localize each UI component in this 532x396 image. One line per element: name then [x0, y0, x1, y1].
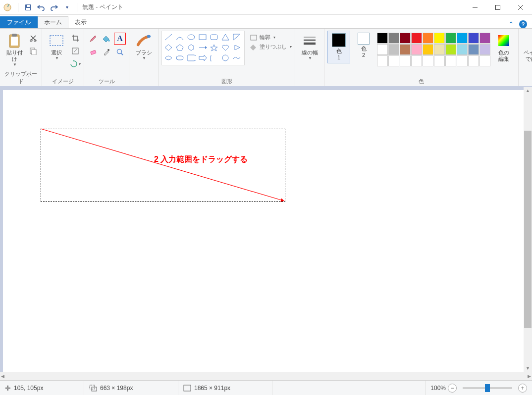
size-button[interactable]: 線の幅 ▼ — [298, 31, 321, 62]
color-swatch[interactable] — [457, 44, 468, 55]
collapse-ribbon-button[interactable]: ⌃ — [508, 20, 514, 28]
resize-button[interactable] — [70, 46, 81, 56]
color-swatch[interactable] — [411, 33, 422, 44]
shape-9[interactable] — [186, 43, 196, 52]
color-swatch[interactable] — [388, 33, 399, 44]
zoom-out-button[interactable]: − — [448, 384, 457, 393]
color-swatch[interactable] — [411, 44, 422, 55]
color-swatch[interactable] — [468, 55, 479, 66]
zoom-in-button[interactable]: + — [518, 384, 527, 393]
minimize-button[interactable] — [464, 0, 486, 15]
undo-button[interactable] — [36, 2, 46, 12]
shape-20[interactable] — [232, 53, 242, 62]
copy-button[interactable] — [28, 46, 39, 56]
svg-marker-34 — [205, 46, 207, 49]
svg-marker-32 — [189, 45, 194, 50]
color-swatch[interactable] — [434, 33, 445, 44]
shape-1[interactable] — [175, 33, 185, 42]
shape-8[interactable] — [175, 43, 185, 52]
color-swatch[interactable] — [377, 55, 388, 66]
crop-button[interactable] — [70, 33, 81, 44]
save-button[interactable] — [23, 2, 33, 12]
shape-16[interactable] — [186, 53, 196, 62]
shape-13[interactable] — [232, 43, 242, 52]
shapes-gallery[interactable] — [161, 31, 245, 65]
color-swatch[interactable] — [468, 44, 479, 55]
shape-fill-button[interactable]: 塗りつぶし▾ — [250, 43, 292, 50]
color-swatch[interactable] — [434, 44, 445, 55]
shape-4[interactable] — [209, 33, 219, 42]
color-swatch[interactable] — [423, 44, 433, 55]
color-swatch[interactable] — [468, 33, 479, 44]
color-swatch[interactable] — [479, 33, 490, 44]
shape-12[interactable] — [220, 43, 230, 52]
tab-view[interactable]: 表示 — [68, 16, 93, 28]
paint3d-button[interactable]: ペイント 3D で編集する — [522, 31, 532, 64]
shape-18[interactable] — [209, 53, 219, 62]
color-swatch[interactable] — [445, 33, 456, 44]
tab-file[interactable]: ファイル — [0, 16, 38, 28]
shape-10[interactable] — [198, 43, 208, 52]
shape-17[interactable] — [198, 53, 208, 62]
shape-5[interactable] — [220, 33, 230, 42]
edit-colors-button[interactable]: 色の 編集 — [492, 31, 515, 64]
eraser-tool[interactable] — [87, 46, 99, 58]
fill-tool[interactable] — [101, 33, 112, 45]
redo-button[interactable] — [49, 2, 59, 12]
help-button[interactable]: ? — [519, 20, 527, 28]
shape-14[interactable] — [163, 53, 173, 62]
color-swatch[interactable] — [479, 55, 490, 66]
pencil-tool[interactable] — [87, 33, 99, 45]
rotate-button[interactable]: ▾ — [70, 58, 81, 69]
color-swatch[interactable] — [377, 33, 388, 44]
magnifier-tool[interactable] — [114, 46, 126, 58]
brush-icon — [136, 33, 152, 49]
color1-button[interactable]: 色 1 — [327, 31, 350, 63]
color-swatch[interactable] — [445, 44, 456, 55]
color-swatch[interactable] — [388, 55, 399, 66]
color-swatch[interactable] — [423, 33, 433, 44]
fill-icon — [250, 44, 258, 50]
cursor-position-icon: ✛ — [5, 384, 11, 392]
color-swatch[interactable] — [400, 44, 411, 55]
vertical-scrollbar[interactable]: ▲ ▼ — [524, 87, 532, 372]
shape-outline-button[interactable]: 輪郭▾ — [250, 34, 292, 41]
shape-3[interactable] — [198, 33, 208, 42]
color-swatch[interactable] — [377, 44, 388, 55]
shape-11[interactable] — [209, 43, 219, 52]
color-palette[interactable] — [377, 31, 490, 66]
shape-0[interactable] — [163, 33, 173, 42]
quick-access-toolbar: ▾ — [21, 2, 74, 12]
color-wheel-icon — [496, 33, 512, 49]
color-swatch[interactable] — [445, 55, 456, 66]
close-button[interactable] — [509, 0, 532, 15]
color-swatch[interactable] — [400, 33, 411, 44]
maximize-button[interactable] — [486, 0, 509, 15]
brushes-button[interactable]: ブラシ ▼ — [132, 31, 155, 62]
zoom-slider[interactable] — [463, 387, 512, 389]
cut-button[interactable] — [28, 33, 39, 44]
shape-2[interactable] — [186, 33, 196, 42]
shape-15[interactable] — [175, 53, 185, 62]
color-picker-tool[interactable] — [101, 46, 112, 58]
shape-19[interactable] — [220, 53, 230, 62]
tab-home[interactable]: ホーム — [38, 16, 68, 28]
canvas[interactable]: 1 2 入力範囲をドラッグする — [3, 90, 524, 372]
color-swatch[interactable] — [388, 44, 399, 55]
shape-7[interactable] — [163, 43, 173, 52]
color-swatch[interactable] — [434, 55, 445, 66]
qat-customize-button[interactable]: ▾ — [62, 2, 72, 12]
color-swatch[interactable] — [457, 33, 468, 44]
horizontal-scrollbar[interactable]: ◀ ▶ — [0, 372, 532, 380]
shape-6[interactable] — [232, 33, 242, 42]
color-swatch[interactable] — [411, 55, 422, 66]
color-swatch[interactable] — [457, 55, 468, 66]
paste-button[interactable]: 貼り付け ▼ — [3, 31, 26, 69]
color2-button[interactable]: 色 2 — [352, 31, 375, 60]
svg-point-0 — [4, 4, 11, 11]
select-button[interactable]: 選択 ▼ — [45, 31, 68, 62]
color-swatch[interactable] — [479, 44, 490, 55]
color-swatch[interactable] — [400, 55, 411, 66]
color-swatch[interactable] — [423, 55, 433, 66]
text-tool[interactable]: A — [114, 33, 126, 45]
